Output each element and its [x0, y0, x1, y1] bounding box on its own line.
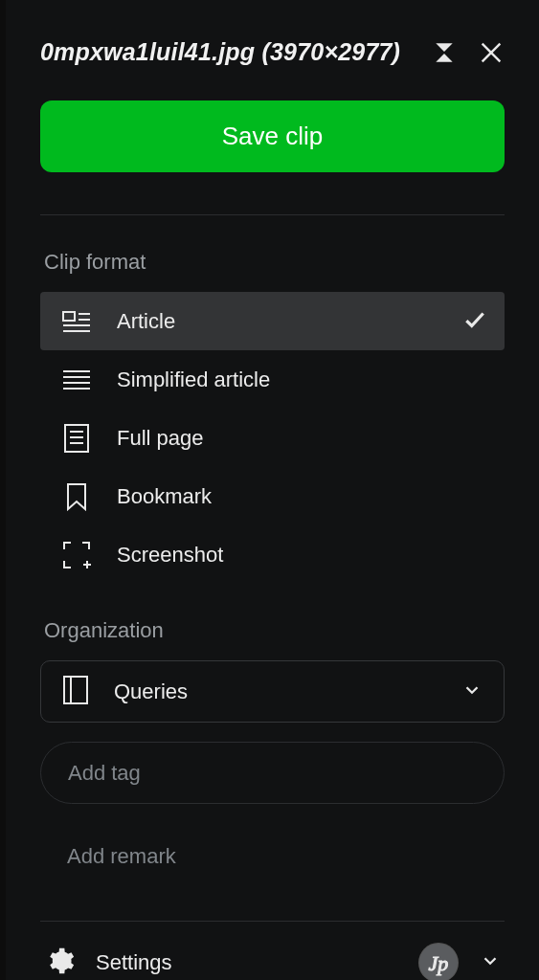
article-icon — [61, 310, 92, 333]
chevron-down-icon[interactable] — [480, 950, 501, 975]
clip-format-heading: Clip format — [6, 215, 539, 292]
tag-input-wrap[interactable] — [40, 742, 505, 804]
format-label: Article — [117, 309, 438, 334]
page-icon — [61, 424, 92, 453]
footer: Settings Jp — [6, 922, 539, 980]
lines-icon — [61, 368, 92, 391]
svg-rect-17 — [64, 677, 87, 703]
notebook-icon — [62, 675, 89, 709]
notebook-dropdown[interactable]: Queries — [40, 660, 505, 723]
check-icon — [462, 307, 487, 336]
format-label: Full page — [117, 426, 487, 451]
format-label: Screenshot — [117, 543, 487, 568]
clipper-panel: 0mpxwa1luil41.jpg (3970×2977) Save clip … — [6, 0, 539, 980]
screenshot-icon — [61, 541, 92, 569]
format-option-article[interactable]: Article — [40, 292, 505, 350]
chevron-down-icon — [461, 679, 483, 704]
bookmark-icon — [61, 482, 92, 511]
organization-section: Queries Add remark — [6, 660, 539, 869]
notebook-label: Queries — [114, 679, 437, 704]
svg-text:Jp: Jp — [429, 951, 449, 975]
account-avatar[interactable]: Jp — [418, 943, 459, 980]
format-label: Bookmark — [117, 484, 487, 509]
hourglass-icon[interactable] — [432, 40, 457, 65]
save-button-wrap: Save clip — [6, 89, 539, 172]
gear-icon[interactable] — [44, 946, 75, 980]
settings-label[interactable]: Settings — [96, 950, 397, 975]
organization-heading: Organization — [6, 584, 539, 660]
add-remark-field[interactable]: Add remark — [40, 844, 505, 869]
svg-rect-2 — [63, 312, 75, 321]
clip-format-list: Article Simplified article — [6, 292, 539, 584]
header: 0mpxwa1luil41.jpg (3970×2977) — [6, 0, 539, 89]
format-label: Simplified article — [117, 368, 487, 392]
format-option-full-page[interactable]: Full page — [40, 409, 505, 467]
add-tag-input[interactable] — [68, 761, 477, 786]
save-clip-button[interactable]: Save clip — [40, 100, 505, 172]
format-option-screenshot[interactable]: Screenshot — [40, 525, 505, 584]
header-actions — [432, 39, 505, 66]
page-title: 0mpxwa1luil41.jpg (3970×2977) — [40, 38, 400, 66]
format-option-simplified-article[interactable]: Simplified article — [40, 350, 505, 409]
close-icon[interactable] — [478, 39, 505, 66]
format-option-bookmark[interactable]: Bookmark — [40, 467, 505, 525]
